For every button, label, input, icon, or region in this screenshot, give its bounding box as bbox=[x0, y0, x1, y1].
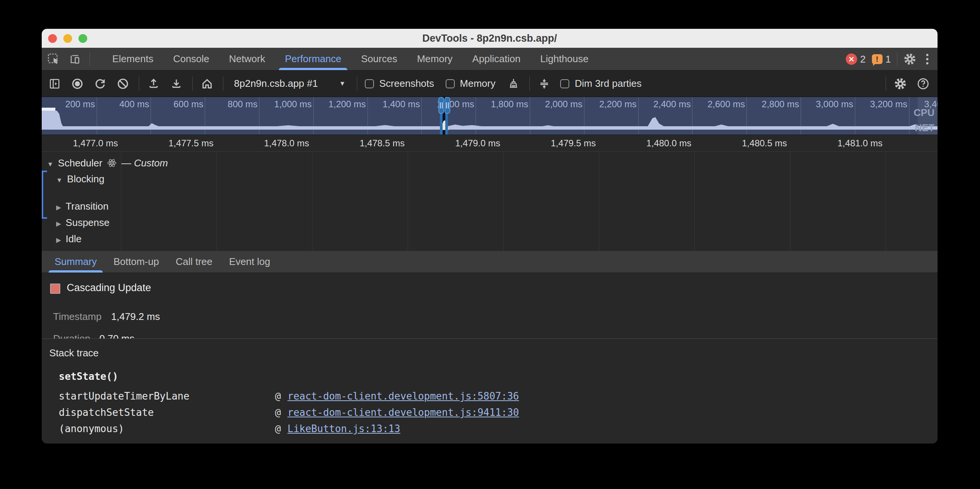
home-icon[interactable] bbox=[200, 77, 214, 90]
overview-tick-label: 3,000 ms bbox=[804, 99, 853, 110]
stack-source-link[interactable]: react-dom-client.development.js:9411:30 bbox=[288, 407, 519, 418]
tab-elements[interactable]: Elements bbox=[102, 48, 163, 70]
more-options-icon[interactable] bbox=[922, 53, 932, 65]
flame-gridline bbox=[694, 152, 695, 251]
expand-triangle-icon[interactable] bbox=[56, 233, 61, 245]
overview-tick-label: 800 ms bbox=[208, 99, 258, 110]
download-profile-icon[interactable] bbox=[170, 77, 183, 90]
close-button[interactable] bbox=[48, 34, 57, 43]
summary-pane: Cascading Update Timestamp 1,479.2 ms Du… bbox=[42, 273, 937, 338]
stack-frame: startUpdateTimerByLane@react-dom-client.… bbox=[42, 391, 937, 404]
stack-function-name: startUpdateTimerByLane bbox=[59, 391, 189, 402]
zoom-button[interactable] bbox=[78, 34, 87, 43]
tab-memory[interactable]: Memory bbox=[407, 48, 462, 70]
overview-gridline bbox=[259, 97, 259, 135]
track-selection-bracket bbox=[42, 171, 43, 219]
collapse-panel-icon[interactable] bbox=[538, 77, 551, 90]
minimize-button[interactable] bbox=[63, 34, 72, 43]
collapse-triangle-icon[interactable] bbox=[47, 157, 54, 169]
overview-gridline bbox=[638, 97, 639, 135]
track-scheduler[interactable]: Scheduler — Custom bbox=[47, 156, 168, 170]
detail-tick-label: 1,478.5 ms bbox=[348, 138, 405, 149]
overview-gridline bbox=[313, 97, 313, 135]
overview-gridline bbox=[855, 97, 855, 135]
checkbox-icon bbox=[365, 79, 374, 88]
panel-settings-gear-icon[interactable] bbox=[894, 77, 907, 90]
selection-right-handle[interactable] bbox=[444, 97, 450, 114]
clear-icon[interactable] bbox=[116, 77, 130, 90]
flame-gridline bbox=[503, 152, 504, 251]
timeline-overview[interactable]: 200 ms400 ms600 ms800 ms1,000 ms1,200 ms… bbox=[42, 97, 937, 135]
overview-tick-label: 600 ms bbox=[154, 99, 203, 110]
detail-tick-label: 1,480.5 ms bbox=[730, 138, 787, 149]
tab-performance[interactable]: Performance bbox=[275, 48, 351, 70]
stack-source-link[interactable]: react-dom-client.development.js:5807:36 bbox=[288, 391, 519, 402]
react-atom-icon bbox=[107, 158, 117, 168]
lane-blocking[interactable]: Blocking bbox=[56, 172, 104, 186]
tab-sources[interactable]: Sources bbox=[351, 48, 407, 70]
issue-count: 1 bbox=[886, 54, 891, 65]
stack-source-link[interactable]: LikeButton.js:13:13 bbox=[288, 423, 400, 434]
overview-tick-label: 2,000 ms bbox=[533, 99, 582, 110]
tab-network[interactable]: Network bbox=[219, 48, 275, 70]
overview-tick-label: 400 ms bbox=[100, 99, 149, 110]
expand-triangle-icon[interactable] bbox=[56, 200, 61, 212]
record-icon[interactable] bbox=[70, 77, 84, 90]
dim-3rd-parties-checkbox[interactable]: Dim 3rd parties bbox=[560, 78, 641, 89]
stack-at-symbol: @ bbox=[275, 391, 281, 402]
target-selector-value: 8p2n9n.csb.app #1 bbox=[234, 78, 318, 89]
target-selector[interactable]: 8p2n9n.csb.app #1 ▼ bbox=[231, 78, 348, 89]
lane-transition[interactable]: Transition bbox=[56, 199, 108, 213]
collapse-triangle-icon[interactable] bbox=[56, 173, 62, 185]
error-icon bbox=[846, 54, 857, 65]
tab-call-tree[interactable]: Call tree bbox=[167, 251, 221, 273]
detail-tick-label: 1,480.0 ms bbox=[635, 138, 691, 149]
timestamp-value: 1,479.2 ms bbox=[111, 311, 160, 322]
garbage-collect-icon[interactable] bbox=[507, 77, 520, 90]
detail-time-ruler: 1,477.0 ms1,477.5 ms1,478.0 ms1,478.5 ms… bbox=[42, 135, 937, 152]
overview-tick-label: 2,200 ms bbox=[587, 99, 637, 110]
tab-event-log[interactable]: Event log bbox=[221, 251, 278, 273]
flame-chart[interactable]: Scheduler — Custom Blocking Event: click… bbox=[42, 152, 937, 251]
tab-console[interactable]: Console bbox=[163, 48, 219, 70]
lane-idle[interactable]: Idle bbox=[56, 232, 81, 246]
inspect-element-icon[interactable] bbox=[47, 53, 60, 65]
tab-summary[interactable]: Summary bbox=[46, 251, 105, 273]
lane-blocking-label: Blocking bbox=[67, 173, 104, 185]
flame-gridline bbox=[312, 152, 312, 251]
memory-checkbox[interactable]: Memory bbox=[445, 78, 496, 89]
main-tab-bar: Elements Console Network Performance Sou… bbox=[42, 48, 937, 70]
help-icon[interactable] bbox=[916, 77, 930, 90]
lane-transition-label: Transition bbox=[65, 200, 108, 212]
stack-function-name: (anonymous) bbox=[59, 423, 124, 434]
stack-at-symbol: @ bbox=[275, 407, 281, 418]
reload-record-icon[interactable] bbox=[93, 77, 107, 90]
tab-lighthouse[interactable]: Lighthouse bbox=[531, 48, 598, 70]
lane-suspense-label: Suspense bbox=[65, 217, 110, 229]
detail-tick-label: 1,481.0 ms bbox=[826, 138, 883, 149]
overview-tick-label: 200 ms bbox=[46, 99, 95, 110]
checkbox-icon bbox=[445, 79, 455, 88]
toolbar-separator bbox=[89, 52, 90, 66]
overview-gridline bbox=[151, 97, 151, 135]
tab-bottom-up[interactable]: Bottom-up bbox=[105, 251, 167, 273]
issue-badge[interactable]: ! 1 bbox=[872, 54, 891, 65]
lane-suspense[interactable]: Suspense bbox=[56, 216, 110, 229]
upload-profile-icon[interactable] bbox=[147, 77, 161, 90]
selection-left-handle[interactable] bbox=[438, 97, 444, 114]
toggle-sidebar-icon[interactable] bbox=[48, 77, 61, 90]
error-badge[interactable]: 2 bbox=[846, 54, 865, 65]
overview-tick-label: 1,800 ms bbox=[479, 99, 528, 110]
overview-tick-label: 2,800 ms bbox=[750, 99, 799, 110]
overview-gridline bbox=[530, 97, 530, 135]
expand-triangle-icon[interactable] bbox=[56, 217, 61, 229]
flame-gridline bbox=[216, 152, 217, 251]
screenshots-checkbox[interactable]: Screenshots bbox=[365, 78, 434, 89]
settings-gear-icon[interactable] bbox=[904, 53, 916, 65]
device-toolbar-icon[interactable] bbox=[68, 53, 81, 65]
toolbar-separator bbox=[886, 76, 886, 91]
overview-ruler-layer: 200 ms400 ms600 ms800 ms1,000 ms1,200 ms… bbox=[42, 97, 937, 135]
tab-application[interactable]: Application bbox=[462, 48, 530, 70]
performance-toolbar: 8p2n9n.csb.app #1 ▼ Screenshots Memory D bbox=[42, 70, 937, 97]
timestamp-label: Timestamp bbox=[53, 311, 102, 322]
